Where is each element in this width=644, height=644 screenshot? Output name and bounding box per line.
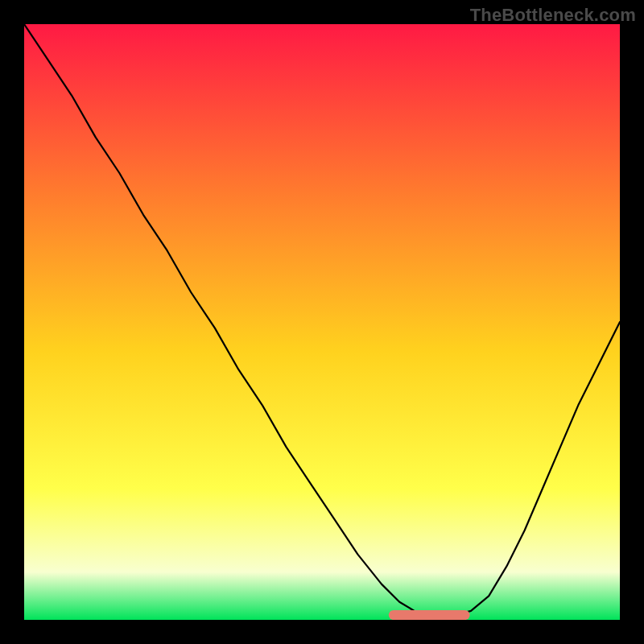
plot-svg: [24, 24, 620, 620]
watermark-text: TheBottleneck.com: [470, 5, 636, 26]
plot-area: [24, 24, 620, 620]
chart-frame: TheBottleneck.com: [0, 0, 644, 644]
gradient-background: [24, 24, 620, 620]
